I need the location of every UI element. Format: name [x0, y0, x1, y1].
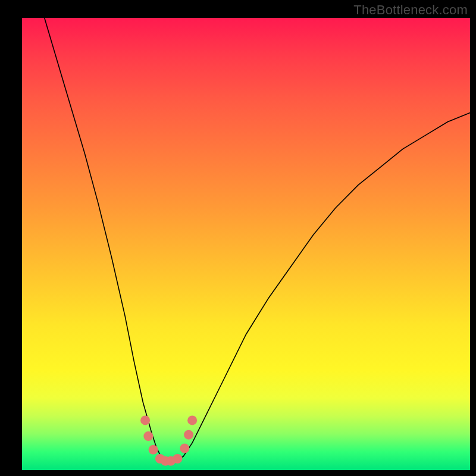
data-marker: [180, 444, 189, 453]
bottleneck-curve: [45, 18, 470, 461]
data-marker: [173, 454, 182, 464]
data-marker: [187, 415, 197, 425]
data-marker: [140, 415, 150, 425]
curve-layer: [0, 0, 476, 476]
data-marker: [184, 430, 193, 440]
data-marker: [143, 431, 153, 441]
outer-frame: TheBottleneck.com: [0, 0, 476, 476]
data-marker: [149, 445, 158, 455]
